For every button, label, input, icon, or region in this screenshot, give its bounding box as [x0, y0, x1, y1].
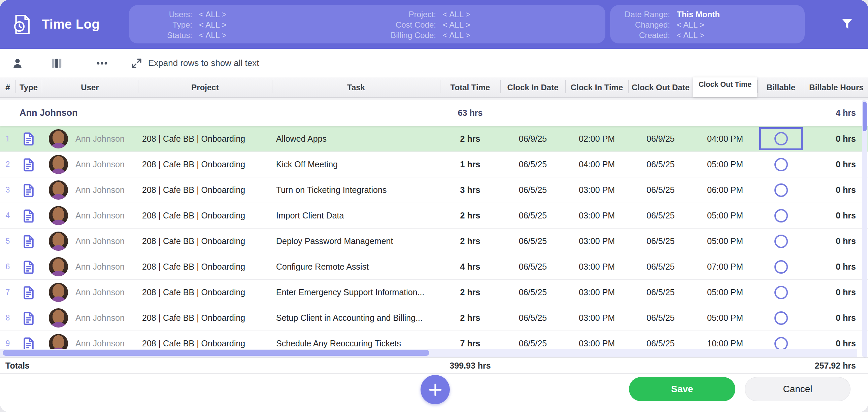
col-header-user[interactable]: User — [42, 77, 138, 97]
table-row[interactable]: 3 Ann Johnson 208 | Cafe BB | Onboarding — [0, 177, 868, 203]
clock-in-time-cell[interactable]: 03:00 PM — [565, 254, 628, 279]
col-header-number[interactable]: # — [0, 77, 16, 97]
clock-in-date-cell[interactable]: 06/5/25 — [500, 305, 565, 330]
user-cell[interactable]: Ann Johnson — [42, 228, 138, 254]
clock-out-time-cell[interactable]: 05:00 PM — [693, 203, 757, 228]
entry-type-cell[interactable] — [16, 126, 42, 152]
billable-cell[interactable] — [757, 126, 805, 152]
clock-in-time-cell[interactable]: 03:00 PM — [565, 305, 628, 330]
billable-hours-cell[interactable]: 0 hrs — [805, 152, 868, 177]
clock-in-date-cell[interactable]: 06/9/25 — [500, 126, 565, 152]
clock-out-time-cell[interactable]: 05:00 PM — [693, 305, 757, 330]
user-cell[interactable]: Ann Johnson — [42, 178, 138, 203]
user-cell[interactable]: Ann Johnson — [42, 126, 138, 152]
total-time-cell[interactable]: 2 hrs — [440, 280, 500, 305]
columns-button[interactable] — [50, 49, 63, 77]
clock-out-date-cell[interactable]: 06/9/25 — [628, 126, 693, 152]
clock-out-time-cell[interactable]: 05:00 PM — [693, 152, 757, 177]
billable-hours-cell[interactable]: 0 hrs — [805, 305, 868, 330]
billable-cell[interactable] — [757, 305, 805, 330]
billable-hours-cell[interactable]: 0 hrs — [805, 254, 868, 279]
clock-out-time-cell[interactable]: 04:00 PM — [693, 126, 757, 152]
col-header-project[interactable]: Project — [138, 77, 272, 97]
total-time-cell[interactable]: 1 hrs — [440, 152, 500, 177]
table-row[interactable]: 8 Ann Johnson 208 | Cafe BB | Onboarding — [0, 305, 868, 330]
billable-radio[interactable] — [774, 311, 788, 325]
user-cell[interactable]: Ann Johnson — [42, 305, 138, 330]
table-row[interactable]: 5 Ann Johnson 208 | Cafe BB | Onboarding — [0, 228, 868, 254]
clock-out-date-cell[interactable]: 06/5/25 — [628, 280, 693, 305]
col-header-clock-in-time[interactable]: Clock In Time — [565, 77, 628, 97]
clock-out-date-cell[interactable]: 06/5/25 — [628, 228, 693, 254]
billable-hours-cell[interactable]: 0 hrs — [805, 203, 868, 228]
task-cell[interactable]: Enter Emergency Support Information... — [272, 280, 440, 305]
clock-in-time-cell[interactable]: 04:00 PM — [565, 152, 628, 177]
billable-radio[interactable] — [774, 337, 788, 350]
entry-type-cell[interactable] — [16, 152, 42, 177]
total-time-cell[interactable]: 2 hrs — [440, 203, 500, 228]
col-header-type[interactable]: Type — [16, 77, 42, 97]
billable-hours-cell[interactable]: 0 hrs — [805, 178, 868, 203]
cancel-button[interactable]: Cancel — [745, 377, 850, 401]
task-cell[interactable]: Turn on Ticketing Integrations — [272, 178, 440, 203]
billable-cell[interactable] — [757, 152, 805, 177]
filter-button[interactable] — [834, 11, 860, 37]
billable-radio[interactable] — [774, 260, 788, 274]
entry-type-cell[interactable] — [16, 203, 42, 228]
vertical-scrollbar-thumb[interactable] — [863, 102, 867, 131]
clock-in-time-cell[interactable]: 03:00 PM — [565, 203, 628, 228]
billable-cell[interactable] — [757, 203, 805, 228]
project-cell[interactable]: 208 | Cafe BB | Onboarding — [138, 228, 272, 254]
col-header-clock-out-date[interactable]: Clock Out Date — [628, 77, 693, 97]
entry-type-cell[interactable] — [16, 305, 42, 330]
billable-radio[interactable] — [774, 158, 788, 171]
billable-radio[interactable] — [774, 234, 788, 248]
billable-radio[interactable] — [774, 286, 788, 299]
user-cell[interactable]: Ann Johnson — [42, 152, 138, 177]
project-cell[interactable]: 208 | Cafe BB | Onboarding — [138, 254, 272, 279]
project-cell[interactable]: 208 | Cafe BB | Onboarding — [138, 280, 272, 305]
vertical-scrollbar[interactable] — [862, 100, 867, 357]
project-cell[interactable]: 208 | Cafe BB | Onboarding — [138, 305, 272, 330]
entry-type-cell[interactable] — [16, 254, 42, 279]
clock-in-date-cell[interactable]: 06/5/25 — [500, 280, 565, 305]
task-cell[interactable]: Kick Off Meeting — [272, 152, 440, 177]
save-button[interactable]: Save — [629, 377, 735, 401]
billable-radio[interactable] — [774, 132, 788, 146]
col-header-billable[interactable]: Billable — [757, 77, 805, 97]
col-header-task[interactable]: Task — [272, 77, 440, 97]
total-time-cell[interactable]: 4 hrs — [440, 254, 500, 279]
expand-rows-button[interactable]: Expand rows to show all text — [131, 49, 259, 77]
entry-type-cell[interactable] — [16, 280, 42, 305]
billable-hours-cell[interactable]: 0 hrs — [805, 280, 868, 305]
clock-in-date-cell[interactable]: 06/5/25 — [500, 178, 565, 203]
clock-in-time-cell[interactable]: 03:00 PM — [565, 228, 628, 254]
table-row[interactable]: 1 Ann Johnson 208 | Cafe BB | Onboarding — [0, 126, 868, 152]
clock-in-date-cell[interactable]: 06/5/25 — [500, 228, 565, 254]
task-cell[interactable]: Setup Client in Accounting and Billing..… — [272, 305, 440, 330]
clock-out-time-cell[interactable]: 07:00 PM — [693, 254, 757, 279]
task-cell[interactable]: Deploy Password Management — [272, 228, 440, 254]
col-header-total-time[interactable]: Total Time — [440, 77, 500, 97]
billable-cell[interactable] — [757, 280, 805, 305]
billable-cell[interactable] — [757, 228, 805, 254]
project-cell[interactable]: 208 | Cafe BB | Onboarding — [138, 178, 272, 203]
table-row[interactable]: 7 Ann Johnson 208 | Cafe BB | Onboarding — [0, 279, 868, 305]
clock-out-date-cell[interactable]: 06/5/25 — [628, 178, 693, 203]
user-cell[interactable]: Ann Johnson — [42, 203, 138, 228]
filter-summary-main[interactable]: Users: < ALL > Type: < ALL > Status: < A… — [129, 5, 606, 43]
clock-in-time-cell[interactable]: 03:00 PM — [565, 280, 628, 305]
add-entry-button[interactable] — [421, 375, 450, 404]
table-row[interactable]: 6 Ann Johnson 208 | Cafe BB | Onboarding — [0, 254, 868, 279]
billable-cell[interactable] — [757, 178, 805, 203]
clock-in-date-cell[interactable]: 06/5/25 — [500, 152, 565, 177]
project-cell[interactable]: 208 | Cafe BB | Onboarding — [138, 126, 272, 152]
project-cell[interactable]: 208 | Cafe BB | Onboarding — [138, 152, 272, 177]
task-cell[interactable]: Import Client Data — [272, 203, 440, 228]
group-by-user-button[interactable] — [11, 49, 24, 77]
entry-type-cell[interactable] — [16, 228, 42, 254]
task-cell[interactable]: Allowed Apps — [272, 126, 440, 152]
total-time-cell[interactable]: 3 hrs — [440, 178, 500, 203]
user-cell[interactable]: Ann Johnson — [42, 254, 138, 279]
clock-in-date-cell[interactable]: 06/5/25 — [500, 203, 565, 228]
